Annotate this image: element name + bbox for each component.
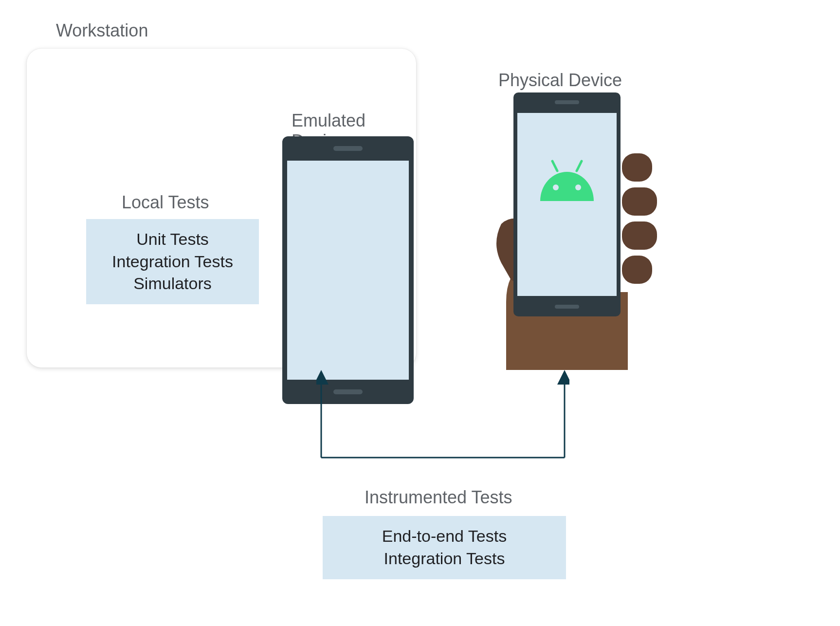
phone-screen <box>517 113 617 296</box>
instrumented-tests-label: Instrumented Tests <box>365 487 512 508</box>
android-icon <box>535 157 599 203</box>
phone-screen <box>287 161 409 380</box>
connector-arrows <box>316 370 569 467</box>
phone-icon <box>282 136 414 404</box>
svg-line-4 <box>552 161 557 171</box>
phone-home-icon <box>555 305 579 309</box>
workstation-box: Local Tests Unit Tests Integration Tests… <box>27 49 416 368</box>
local-tests-line2: Integration Tests <box>112 251 233 273</box>
local-tests-line3: Simulators <box>133 273 212 295</box>
svg-rect-1 <box>622 187 657 216</box>
local-tests-label: Local Tests <box>122 192 209 213</box>
svg-rect-2 <box>622 221 657 250</box>
phone-icon <box>513 92 621 316</box>
phone-speaker-icon <box>555 100 579 104</box>
physical-device-label: Physical Device <box>498 70 622 91</box>
svg-line-5 <box>577 161 582 171</box>
svg-rect-3 <box>622 256 652 284</box>
emulated-device <box>282 136 414 404</box>
svg-point-6 <box>553 184 559 190</box>
instrumented-tests-box: End-to-end Tests Integration Tests <box>323 516 566 579</box>
svg-rect-0 <box>622 153 652 182</box>
local-tests-line1: Unit Tests <box>136 228 209 251</box>
svg-point-7 <box>575 184 581 190</box>
instrumented-line2: Integration Tests <box>384 548 505 570</box>
local-tests-box: Unit Tests Integration Tests Simulators <box>86 219 259 304</box>
workstation-label: Workstation <box>56 20 148 41</box>
physical-phone <box>513 92 621 316</box>
physical-device <box>477 97 672 370</box>
phone-speaker-icon <box>333 146 363 151</box>
instrumented-line1: End-to-end Tests <box>382 525 507 548</box>
